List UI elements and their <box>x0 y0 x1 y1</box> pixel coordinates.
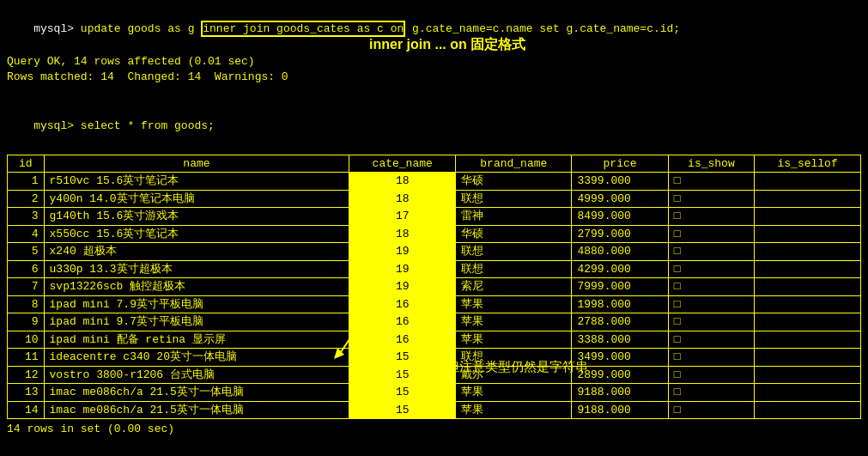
table-cell: 12 <box>8 366 45 384</box>
empty-line-1 <box>7 86 861 102</box>
table-cell: 7999.000 <box>572 278 668 296</box>
col-price: price <box>572 155 668 173</box>
table-cell: r510vc 15.6英寸笔记本 <box>44 173 349 191</box>
table-cell: vostro 3800-r1206 台式电脑 <box>44 366 349 384</box>
table-row: 10 ipad mini 配备 retina 显示屏 16 苹果 3388.00… <box>8 331 861 349</box>
table-cell: 苹果 <box>456 401 572 419</box>
table-cell: 2788.000 <box>572 313 668 331</box>
table-cell: □ <box>668 208 755 226</box>
table-cell <box>755 173 861 191</box>
results-table: id name cate_name brand_name price is_sh… <box>7 155 861 420</box>
rows-in-set: 14 rows in set (0.00 sec) <box>7 422 861 438</box>
table-cell: 11 <box>8 349 45 367</box>
table-cell: 8499.000 <box>572 208 668 226</box>
table-cell: 1998.000 <box>572 295 668 313</box>
svg-line-0 <box>339 316 365 355</box>
table-cell: □ <box>668 401 755 419</box>
table-cell: 19 <box>349 243 456 261</box>
last-command-line: mysql> select * from goods_cates; <box>7 440 861 456</box>
table-cell: 10 <box>8 331 45 349</box>
table-cell: 苹果 <box>456 331 572 349</box>
table-cell: imac me086ch/a 21.5英寸一体电脑 <box>44 384 349 402</box>
arrow-svg <box>322 312 373 363</box>
table-cell: x550cc 15.6英寸笔记本 <box>44 225 349 243</box>
table-cell: 雷神 <box>456 208 572 226</box>
table-cell: ipad mini 9.7英寸平板电脑 <box>44 313 349 331</box>
terminal: mysql> update goods as g inner join good… <box>0 0 868 456</box>
table-row: 4 x550cc 15.6英寸笔记本 18 华硕 2799.000 □ <box>8 225 861 243</box>
table-row: 2 y400n 14.0英寸笔记本电脑 18 联想 4999.000 □ <box>8 190 861 208</box>
table-cell <box>755 313 861 331</box>
table-cell: 华硕 <box>456 173 572 191</box>
table-row: 7 svp13226scb 触控超极本 19 索尼 7999.000 □ <box>8 278 861 296</box>
table-cell: 4880.000 <box>572 243 668 261</box>
table-cell: □ <box>668 173 755 191</box>
prompt-2: mysql> <box>33 119 81 132</box>
table-cell: svp13226scb 触控超极本 <box>44 278 349 296</box>
table-cell: x240 超极本 <box>44 243 349 261</box>
table-cell: □ <box>668 243 755 261</box>
table-cell <box>755 295 861 313</box>
table-cell <box>755 401 861 419</box>
table-cell: □ <box>668 295 755 313</box>
table-cell <box>755 366 861 384</box>
col-cate-name: cate_name <box>349 155 456 173</box>
table-row: 5 x240 超极本 19 联想 4880.000 □ <box>8 243 861 261</box>
table-row: 6 u330p 13.3英寸超极本 19 联想 4299.000 □ <box>8 260 861 278</box>
sql-post-1: g.cate_name=c.name set g.cate_name=c.id; <box>405 22 680 35</box>
table-cell: □ <box>668 278 755 296</box>
table-cell: 1 <box>8 173 45 191</box>
col-brand-name: brand_name <box>456 155 572 173</box>
table-cell: 5 <box>8 243 45 261</box>
prompt-1: mysql> <box>33 22 81 35</box>
table-cell <box>755 384 861 402</box>
table-cell <box>755 243 861 261</box>
table-cell: 18 <box>349 173 456 191</box>
rows-matched-line: Rows matched: 14 Changed: 14 Warnings: 0 <box>7 70 861 86</box>
table-cell: 苹果 <box>456 313 572 331</box>
table-cell <box>755 260 861 278</box>
table-row: 8 ipad mini 7.9英寸平板电脑 16 苹果 1998.000 □ <box>8 295 861 313</box>
table-cell: 15 <box>349 401 456 419</box>
table-cell: imac me086ch/a 21.5英寸一体电脑 <box>44 401 349 419</box>
table-cell: 7 <box>8 278 45 296</box>
table-cell: 联想 <box>456 243 572 261</box>
table-cell: 19 <box>349 278 456 296</box>
table-cell: ideacentre c340 20英寸一体电脑 <box>44 349 349 367</box>
table-cell <box>755 190 861 208</box>
table-cell: □ <box>668 384 755 402</box>
table-cell: 15 <box>349 384 456 402</box>
select-command-line: mysql> select * from goods; <box>7 102 861 151</box>
select-sql: select * from goods; <box>81 119 215 132</box>
table-cell: 9188.000 <box>572 384 668 402</box>
query-ok-line: Query OK, 14 rows affected (0.01 sec) <box>7 54 861 70</box>
table-row: 1 r510vc 15.6英寸笔记本 18 华硕 3399.000 □ <box>8 173 861 191</box>
table-cell: 3 <box>8 208 45 226</box>
table-cell: 联想 <box>456 260 572 278</box>
table-cell: □ <box>668 331 755 349</box>
table-row: 3 g140th 15.6英寸游戏本 17 雷神 8499.000 □ <box>8 208 861 226</box>
table-cell: 4999.000 <box>572 190 668 208</box>
table-cell <box>755 208 861 226</box>
inner-join-annotation: inner join ... on 固定格式 <box>369 36 525 54</box>
table-cell: ipad mini 配备 retina 显示屏 <box>44 331 349 349</box>
table-cell: 华硕 <box>456 225 572 243</box>
table-cell: 9188.000 <box>572 401 668 419</box>
table-cell: □ <box>668 313 755 331</box>
table-cell: □ <box>668 190 755 208</box>
table-row: 14 imac me086ch/a 21.5英寸一体电脑 15 苹果 9188.… <box>8 401 861 419</box>
annotation2-text: 改成了数字，但注意类型仍然是字符串 <box>369 359 588 374</box>
table-cell: 4299.000 <box>572 260 668 278</box>
table-cell: 联想 <box>456 190 572 208</box>
results-table-container: id name cate_name brand_name price is_sh… <box>7 155 861 420</box>
col-is-show: is_show <box>668 155 755 173</box>
table-cell: 18 <box>349 225 456 243</box>
table-cell: 14 <box>8 401 45 419</box>
table-cell: 3388.000 <box>572 331 668 349</box>
table-row: 13 imac me086ch/a 21.5英寸一体电脑 15 苹果 9188.… <box>8 384 861 402</box>
sql-pre-1: update goods as g <box>81 22 201 35</box>
table-cell: 9 <box>8 313 45 331</box>
table-cell <box>755 278 861 296</box>
table-cell <box>755 349 861 367</box>
table-cell: u330p 13.3英寸超极本 <box>44 260 349 278</box>
